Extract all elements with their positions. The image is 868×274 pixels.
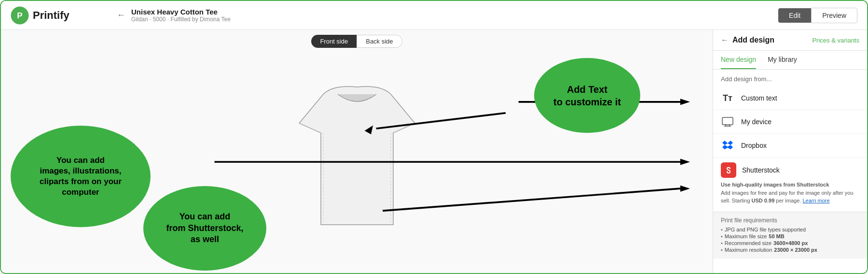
tab-front-side[interactable]: Front side [311, 35, 357, 48]
printify-logo-icon: P [11, 6, 29, 25]
panel-title: Add design [732, 36, 774, 44]
prices-variants-link[interactable]: Prices & variants [812, 37, 859, 44]
app-container: P Printify ← Unisex Heavy Cotton Tee Gil… [0, 0, 868, 274]
canvas-area: Front side Back side [1, 30, 713, 273]
header: P Printify ← Unisex Heavy Cotton Tee Gil… [1, 1, 867, 30]
panel-header: ← Add design Prices & variants [713, 30, 867, 51]
print-req-item-4: Maximum resolution 23000 × 23000 px [721, 247, 859, 253]
print-req-title: Print file requirements [721, 217, 859, 224]
dropbox-option[interactable]: Dropbox [713, 134, 867, 158]
content-area: Front side Back side [1, 30, 867, 273]
my-device-icon [721, 115, 734, 129]
custom-text-label: Custom text [741, 94, 777, 102]
my-device-label: My device [741, 118, 772, 126]
print-req-item-2: Maximum file size 50 MB [721, 233, 859, 239]
edit-button[interactable]: Edit [778, 8, 811, 23]
print-requirements: Print file requirements JPG and PNG file… [713, 212, 867, 259]
logo-area: P Printify [11, 6, 117, 25]
shutterstock-desc-text: Add images for free and pay for the imag… [721, 190, 854, 204]
shutterstock-header: Shutterstock [721, 162, 859, 178]
canvas-tabs: Front side Back side [1, 30, 713, 51]
shutterstock-title: Shutterstock [742, 166, 780, 174]
header-actions: Edit Preview [778, 8, 857, 23]
tab-back-side[interactable]: Back side [357, 35, 402, 48]
right-panel: ← Add design Prices & variants New desig… [713, 30, 867, 273]
product-title: Unisex Heavy Cotton Tee [131, 8, 231, 16]
canvas-content: Add Textto customize it You can addimage… [1, 51, 713, 273]
tshirt-container [1, 51, 713, 273]
preview-button[interactable]: Preview [811, 8, 857, 23]
panel-tabs: New design My library [713, 51, 867, 70]
logo-text: Printify [33, 9, 69, 22]
custom-text-icon: Tт [721, 91, 734, 105]
shutterstock-logo-icon [721, 162, 736, 178]
print-req-item-1: JPG and PNG file types supported [721, 227, 859, 232]
my-device-option[interactable]: My device [713, 110, 867, 134]
print-req-item-3: Recommended size 3600×4800 px [721, 240, 859, 246]
shutterstock-desc-bold: Use high-quality images from Shutterstoc… [721, 182, 829, 187]
dropbox-icon [721, 139, 734, 152]
svg-text:P: P [17, 11, 22, 20]
panel-back-arrow[interactable]: ← [721, 36, 729, 44]
add-design-from-label: Add design from... [713, 70, 867, 87]
learn-more-link[interactable]: Learn more [802, 198, 829, 203]
shutterstock-section[interactable]: Shutterstock Use high-quality images fro… [713, 158, 867, 212]
dropbox-label: Dropbox [741, 142, 767, 149]
svg-rect-14 [722, 117, 733, 125]
tab-new-design[interactable]: New design [721, 51, 756, 69]
product-info: ← Unisex Heavy Cotton Tee Gildan · 5000 … [117, 8, 778, 23]
tshirt-svg [285, 80, 429, 244]
tab-my-library[interactable]: My library [768, 51, 797, 69]
custom-text-option[interactable]: Tт Custom text [713, 87, 867, 110]
product-subtitle: Gildan · 5000 · Fulfilled by Dimona Tee [131, 16, 231, 23]
shutterstock-desc: Use high-quality images from Shutterstoc… [721, 181, 859, 205]
product-title-block: Unisex Heavy Cotton Tee Gildan · 5000 · … [131, 8, 231, 23]
product-back-arrow[interactable]: ← [117, 10, 125, 20]
